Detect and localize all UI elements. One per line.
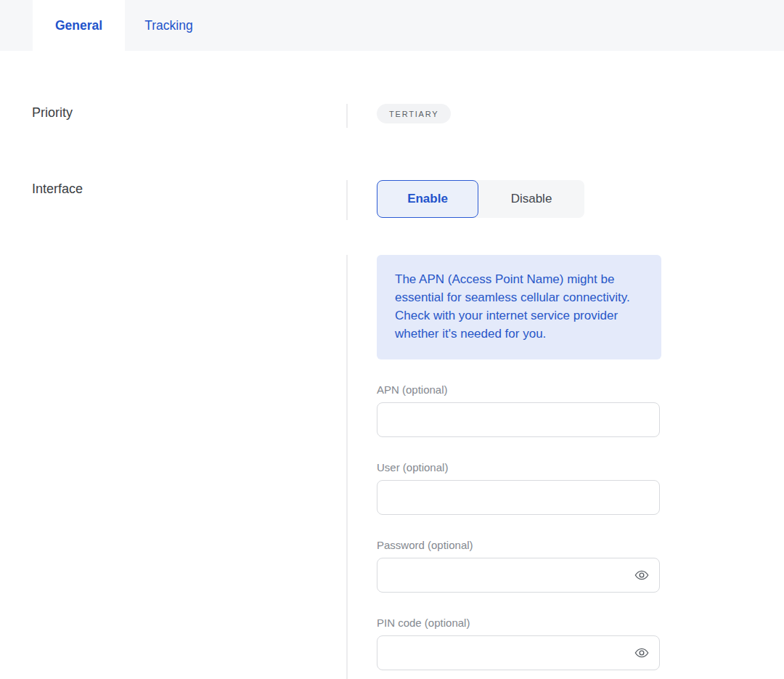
tab-tracking-label: Tracking [144,18,192,33]
user-input[interactable] [377,480,660,515]
password-input[interactable] [377,558,660,593]
interface-label: Interface [0,180,346,220]
apn-input[interactable] [377,402,660,437]
pin-code-input[interactable] [377,635,660,670]
settings-panel: Priority TERTIARY Interface Enable Disab… [0,51,784,679]
disable-button[interactable]: Disable [478,180,584,218]
apn-info-box: The APN (Access Point Name) might be ess… [377,255,661,359]
user-field: User (optional) [377,461,660,515]
pin-code-field: PIN code (optional) [377,617,660,670]
interface-toggle-group: Enable Disable [377,180,584,218]
password-field-label: Password (optional) [377,539,660,551]
interface-row: Interface Enable Disable [0,180,784,220]
password-field: Password (optional) [377,539,660,593]
tab-bar: General Tracking [0,0,784,51]
tab-tracking[interactable]: Tracking [125,0,212,51]
eye-icon [634,645,650,661]
apn-field: APN (optional) [377,383,660,437]
apn-section: The APN (Access Point Name) might be ess… [0,255,784,679]
user-field-label: User (optional) [377,461,660,473]
priority-label: Priority [0,104,346,128]
apn-field-label: APN (optional) [377,383,660,396]
enable-button[interactable]: Enable [377,180,478,218]
priority-badge: TERTIARY [377,104,451,123]
eye-icon [634,567,650,583]
pin-code-field-label: PIN code (optional) [377,617,660,629]
priority-row: Priority TERTIARY [0,104,784,128]
apn-section-spacer [0,255,346,679]
pin-code-visibility-button[interactable] [633,644,650,662]
password-visibility-button[interactable] [633,566,650,584]
tab-general-label: General [55,18,102,33]
tab-general[interactable]: General [33,0,125,51]
